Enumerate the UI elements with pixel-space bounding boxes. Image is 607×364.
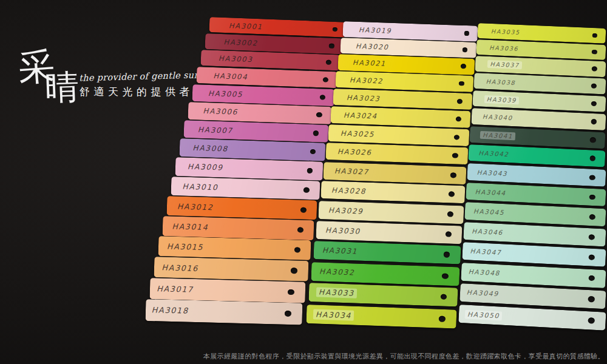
swatch-code-label: HA3012 xyxy=(177,201,214,212)
punch-hole-icon xyxy=(588,275,595,281)
color-swatch: HA3034 xyxy=(306,305,456,329)
punch-hole-icon xyxy=(588,317,594,323)
swatch-code-label: HA3001 xyxy=(229,21,263,31)
punch-hole-icon xyxy=(294,247,300,253)
punch-hole-icon xyxy=(332,27,337,32)
punch-hole-icon xyxy=(588,296,594,302)
swatch-code-label: HA3010 xyxy=(182,181,218,192)
punch-hole-icon xyxy=(440,294,447,300)
color-swatch: HA3045 xyxy=(464,202,606,226)
swatch-code-label: HA3025 xyxy=(341,129,375,139)
swatch-code-label: HA3008 xyxy=(192,144,228,153)
swatch-code-label: HA3036 xyxy=(489,44,519,52)
color-swatch: HA3016 xyxy=(154,257,308,281)
swatch-code-label: HA3005 xyxy=(208,89,243,98)
punch-hole-icon xyxy=(454,135,460,140)
punch-hole-icon xyxy=(589,234,595,240)
punch-hole-icon xyxy=(591,119,597,124)
swatch-code-label: HA3044 xyxy=(475,188,507,197)
swatch-code-label: HA3047 xyxy=(470,248,502,257)
punch-hole-icon xyxy=(313,130,319,136)
swatch-code-label: HA3046 xyxy=(472,228,503,237)
punch-hole-icon xyxy=(319,95,325,99)
color-swatch: HA3031 xyxy=(313,241,461,265)
swatch-code-label: HA3043 xyxy=(476,169,507,177)
punch-hole-icon xyxy=(589,175,595,180)
punch-hole-icon xyxy=(592,50,597,55)
swatch-code-label: HA3017 xyxy=(157,284,194,294)
swatch-code-label: HA3041 xyxy=(480,131,515,141)
punch-hole-icon xyxy=(310,149,316,155)
punch-hole-icon xyxy=(446,231,452,237)
punch-hole-icon xyxy=(442,273,449,279)
swatch-code-label: HA3024 xyxy=(344,111,378,121)
brand-logo: 采 晴 the provider of gentle sunlight 舒適天光… xyxy=(18,47,200,193)
swatch-code-label: HA3037 xyxy=(487,61,522,70)
color-swatch: HA3028 xyxy=(320,181,465,203)
punch-hole-icon xyxy=(461,64,466,69)
brand-logo-char-qing: 晴 xyxy=(44,70,80,105)
color-swatch: HA3027 xyxy=(323,162,466,184)
punch-hole-icon xyxy=(297,227,304,232)
swatch-code-label: HA3019 xyxy=(359,25,392,35)
swatch-code-label: HA3028 xyxy=(331,186,366,195)
punch-hole-icon xyxy=(464,31,469,36)
color-swatch: HA3018 xyxy=(146,299,303,325)
punch-hole-icon xyxy=(447,211,453,217)
color-swatch: HA3047 xyxy=(462,242,606,267)
punch-hole-icon xyxy=(592,33,597,38)
punch-hole-icon xyxy=(300,207,307,212)
color-swatch: HA3029 xyxy=(318,201,464,224)
punch-hole-icon xyxy=(322,77,328,82)
brand-tagline-english: the provider of gentle sunlight xyxy=(79,70,200,83)
swatch-code-label: HA3016 xyxy=(161,263,198,273)
swatch-code-label: HA3029 xyxy=(328,206,364,215)
swatch-code-label: HA3020 xyxy=(356,42,389,51)
punch-hole-icon xyxy=(329,43,334,48)
punch-hole-icon xyxy=(589,214,595,220)
punch-hole-icon xyxy=(307,168,313,174)
swatch-code-label: HA3034 xyxy=(313,309,354,320)
swatch-code-label: HA3018 xyxy=(151,305,188,315)
punch-hole-icon xyxy=(444,252,450,258)
swatch-code-label: HA3003 xyxy=(219,54,253,64)
swatch-code-label: HA3026 xyxy=(337,147,372,157)
color-card-poster: 采 晴 the provider of gentle sunlight 舒適天光… xyxy=(0,0,607,364)
punch-hole-icon xyxy=(288,289,294,295)
swatch-code-label: HA3048 xyxy=(468,268,500,278)
punch-hole-icon xyxy=(450,172,456,178)
swatch-code-label: HA3007 xyxy=(198,125,233,135)
punch-hole-icon xyxy=(316,112,322,118)
swatch-code-label: HA3042 xyxy=(478,150,509,158)
punch-hole-icon xyxy=(455,116,461,122)
punch-hole-icon xyxy=(462,47,467,52)
swatch-code-label: HA3038 xyxy=(486,78,515,86)
color-swatch: HA3050 xyxy=(458,305,606,331)
punch-hole-icon xyxy=(452,153,458,159)
color-swatch: HA3012 xyxy=(167,196,317,220)
swatch-code-label: HA3045 xyxy=(473,207,505,216)
swatch-code-label: HA3015 xyxy=(167,242,203,252)
punch-hole-icon xyxy=(588,254,595,260)
punch-hole-icon xyxy=(285,311,291,317)
swatch-code-label: HA3023 xyxy=(347,93,381,103)
swatch-code-label: HA3040 xyxy=(482,113,512,121)
color-swatch: HA3033 xyxy=(308,283,458,306)
swatch-code-label: HA3021 xyxy=(353,58,386,68)
punch-hole-icon xyxy=(326,60,331,65)
swatch-code-label: HA3027 xyxy=(334,167,369,177)
punch-hole-icon xyxy=(591,101,596,106)
color-swatch: HA3030 xyxy=(316,221,462,244)
swatch-code-label: HA3049 xyxy=(466,289,498,298)
color-swatch: HA3017 xyxy=(150,278,306,303)
swatch-code-label: HA3030 xyxy=(325,226,361,235)
swatch-code-label: HA3033 xyxy=(316,288,357,298)
swatch-code-label: HA3002 xyxy=(223,38,258,47)
color-swatch: HA3026 xyxy=(326,143,469,165)
swatch-code-label: HA3050 xyxy=(464,309,502,320)
footer-disclaimer: 本展示經嚴謹的對色程序，受限於顯示裝置與環境光源差異，可能出現不同程度色差，歡迎… xyxy=(203,352,605,361)
punch-hole-icon xyxy=(304,187,310,192)
punch-hole-icon xyxy=(457,99,463,104)
swatch-code-label: HA3031 xyxy=(322,246,358,256)
punch-hole-icon xyxy=(591,84,597,89)
